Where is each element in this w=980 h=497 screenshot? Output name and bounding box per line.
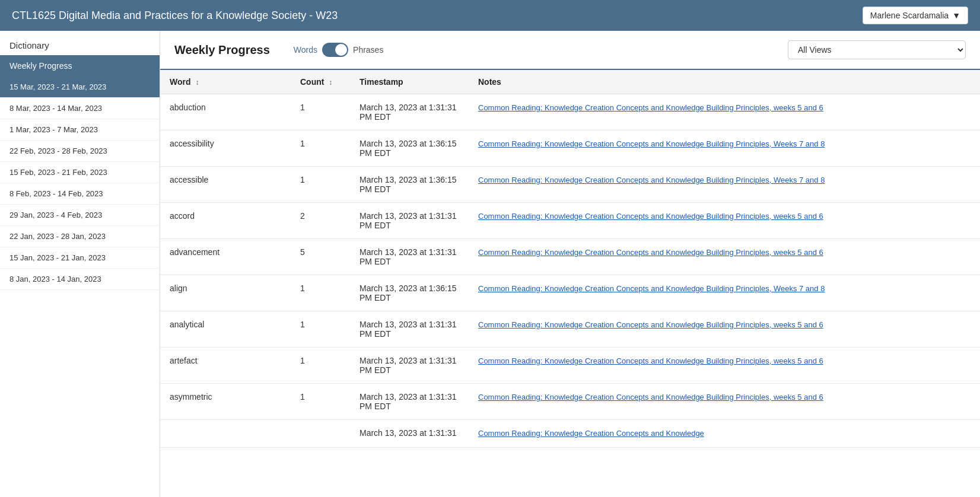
- cell-notes: Common Reading: Knowledge Creation Conce…: [469, 420, 980, 448]
- cell-notes: Common Reading: Knowledge Creation Conce…: [469, 348, 980, 384]
- sidebar-item-3[interactable]: 22 Feb, 2023 - 28 Feb, 2023: [0, 141, 160, 162]
- cell-word: align: [160, 275, 291, 311]
- cell-timestamp: March 13, 2023 at 1:31:31 PM EDT: [350, 94, 469, 130]
- words-phrases-toggle: Words Phrases: [294, 43, 384, 57]
- notes-link[interactable]: Common Reading: Knowledge Creation Conce…: [478, 248, 823, 257]
- notes-link[interactable]: Common Reading: Knowledge Creation Conce…: [478, 139, 825, 148]
- user-menu[interactable]: Marlene Scardamalia ▼: [863, 7, 968, 24]
- app-header: CTL1625 Digital Media and Practices for …: [0, 0, 980, 31]
- sidebar-item-0[interactable]: 15 Mar, 2023 - 21 Mar, 2023: [0, 77, 160, 98]
- toggle-switch[interactable]: [322, 43, 348, 57]
- table-row: analytical 1 March 13, 2023 at 1:31:31 P…: [160, 311, 980, 348]
- table-container: Word ↕ Count ↕ Timestamp Notes abduction…: [160, 70, 980, 448]
- table-row: abduction 1 March 13, 2023 at 1:31:31 PM…: [160, 94, 980, 130]
- cell-timestamp: March 13, 2023 at 1:31:31 PM EDT: [350, 239, 469, 275]
- cell-notes: Common Reading: Knowledge Creation Conce…: [469, 203, 980, 239]
- notes-link[interactable]: Common Reading: Knowledge Creation Conce…: [478, 393, 823, 402]
- sidebar-item-9[interactable]: 8 Jan, 2023 - 14 Jan, 2023: [0, 269, 160, 290]
- cell-notes: Common Reading: Knowledge Creation Conce…: [469, 239, 980, 275]
- cell-notes: Common Reading: Knowledge Creation Conce…: [469, 275, 980, 311]
- table-row: accessibility 1 March 13, 2023 at 1:36:1…: [160, 130, 980, 167]
- cell-count: 1: [291, 130, 350, 167]
- table-row: accessible 1 March 13, 2023 at 1:36:15 P…: [160, 167, 980, 203]
- words-label: Words: [294, 45, 317, 55]
- cell-timestamp: March 13, 2023 at 1:36:15 PM EDT: [350, 167, 469, 203]
- table-row: March 13, 2023 at 1:31:31 Common Reading…: [160, 420, 980, 448]
- cell-word: accord: [160, 203, 291, 239]
- sidebar-item-7[interactable]: 22 Jan, 2023 - 28 Jan, 2023: [0, 226, 160, 247]
- page-title: Weekly Progress: [174, 43, 270, 57]
- cell-word: analytical: [160, 311, 291, 348]
- cell-notes: Common Reading: Knowledge Creation Conce…: [469, 167, 980, 203]
- cell-count: 1: [291, 275, 350, 311]
- cell-notes: Common Reading: Knowledge Creation Conce…: [469, 311, 980, 348]
- cell-timestamp: March 13, 2023 at 1:31:31 PM EDT: [350, 384, 469, 420]
- cell-count: 5: [291, 239, 350, 275]
- notes-link[interactable]: Common Reading: Knowledge Creation Conce…: [478, 212, 823, 221]
- table-row: advancement 5 March 13, 2023 at 1:31:31 …: [160, 239, 980, 275]
- notes-link[interactable]: Common Reading: Knowledge Creation Conce…: [478, 284, 825, 293]
- col-header-notes: Notes: [469, 70, 980, 94]
- table-head: Word ↕ Count ↕ Timestamp Notes: [160, 70, 980, 94]
- app-title: CTL1625 Digital Media and Practices for …: [12, 9, 338, 22]
- cell-count: 1: [291, 348, 350, 384]
- toggle-knob: [335, 44, 347, 56]
- sidebar-date-list: 15 Mar, 2023 - 21 Mar, 20238 Mar, 2023 -…: [0, 77, 160, 290]
- sidebar-weekly-progress-header: Weekly Progress: [0, 55, 160, 77]
- notes-link[interactable]: Common Reading: Knowledge Creation Conce…: [478, 176, 825, 184]
- sort-icon-word[interactable]: ↕: [195, 78, 199, 87]
- words-table: Word ↕ Count ↕ Timestamp Notes abduction…: [160, 70, 980, 448]
- cell-word: asymmetric: [160, 384, 291, 420]
- cell-timestamp: March 13, 2023 at 1:36:15 PM EDT: [350, 275, 469, 311]
- cell-count: 2: [291, 203, 350, 239]
- dictionary-label: Dictionary: [0, 31, 160, 55]
- sidebar-item-6[interactable]: 29 Jan, 2023 - 4 Feb, 2023: [0, 205, 160, 226]
- notes-link[interactable]: Common Reading: Knowledge Creation Conce…: [478, 103, 823, 112]
- col-header-timestamp: Timestamp: [350, 70, 469, 94]
- notes-link[interactable]: Common Reading: Knowledge Creation Conce…: [478, 356, 823, 365]
- table-body: abduction 1 March 13, 2023 at 1:31:31 PM…: [160, 94, 980, 448]
- chevron-down-icon: ▼: [952, 11, 960, 20]
- cell-count: [291, 420, 350, 448]
- cell-timestamp: March 13, 2023 at 1:31:31 PM EDT: [350, 311, 469, 348]
- cell-timestamp: March 13, 2023 at 1:36:15 PM EDT: [350, 130, 469, 167]
- cell-count: 1: [291, 384, 350, 420]
- cell-notes: Common Reading: Knowledge Creation Conce…: [469, 130, 980, 167]
- cell-word: artefact: [160, 348, 291, 384]
- main-header: Weekly Progress Words Phrases All Views: [160, 31, 980, 70]
- table-row: asymmetric 1 March 13, 2023 at 1:31:31 P…: [160, 384, 980, 420]
- sidebar: Dictionary Weekly Progress 15 Mar, 2023 …: [0, 31, 160, 497]
- sidebar-item-8[interactable]: 15 Jan, 2023 - 21 Jan, 2023: [0, 247, 160, 269]
- col-header-word: Word ↕: [160, 70, 291, 94]
- main-layout: Dictionary Weekly Progress 15 Mar, 2023 …: [0, 31, 980, 497]
- cell-count: 1: [291, 167, 350, 203]
- cell-count: 1: [291, 94, 350, 130]
- notes-link[interactable]: Common Reading: Knowledge Creation Conce…: [478, 320, 823, 329]
- table-row: accord 2 March 13, 2023 at 1:31:31 PM ED…: [160, 203, 980, 239]
- cell-word: advancement: [160, 239, 291, 275]
- table-row: align 1 March 13, 2023 at 1:36:15 PM EDT…: [160, 275, 980, 311]
- sidebar-item-5[interactable]: 8 Feb, 2023 - 14 Feb, 2023: [0, 183, 160, 205]
- sidebar-item-2[interactable]: 1 Mar, 2023 - 7 Mar, 2023: [0, 119, 160, 141]
- cell-notes: Common Reading: Knowledge Creation Conce…: [469, 94, 980, 130]
- cell-word: accessibility: [160, 130, 291, 167]
- col-header-count: Count ↕: [291, 70, 350, 94]
- sidebar-item-4[interactable]: 15 Feb, 2023 - 21 Feb, 2023: [0, 162, 160, 183]
- cell-timestamp: March 13, 2023 at 1:31:31 PM EDT: [350, 348, 469, 384]
- cell-word: [160, 420, 291, 448]
- sidebar-item-1[interactable]: 8 Mar, 2023 - 14 Mar, 2023: [0, 98, 160, 119]
- cell-timestamp: March 13, 2023 at 1:31:31: [350, 420, 469, 448]
- notes-link[interactable]: Common Reading: Knowledge Creation Conce…: [478, 429, 704, 438]
- sort-icon-count[interactable]: ↕: [329, 78, 332, 87]
- cell-timestamp: March 13, 2023 at 1:31:31 PM EDT: [350, 203, 469, 239]
- cell-word: accessible: [160, 167, 291, 203]
- cell-word: abduction: [160, 94, 291, 130]
- cell-count: 1: [291, 311, 350, 348]
- cell-notes: Common Reading: Knowledge Creation Conce…: [469, 384, 980, 420]
- phrases-label: Phrases: [353, 45, 383, 55]
- user-name: Marlene Scardamalia: [870, 11, 949, 20]
- main-content: Weekly Progress Words Phrases All Views …: [160, 31, 980, 497]
- table-row: artefact 1 March 13, 2023 at 1:31:31 PM …: [160, 348, 980, 384]
- views-dropdown[interactable]: All Views: [788, 40, 966, 59]
